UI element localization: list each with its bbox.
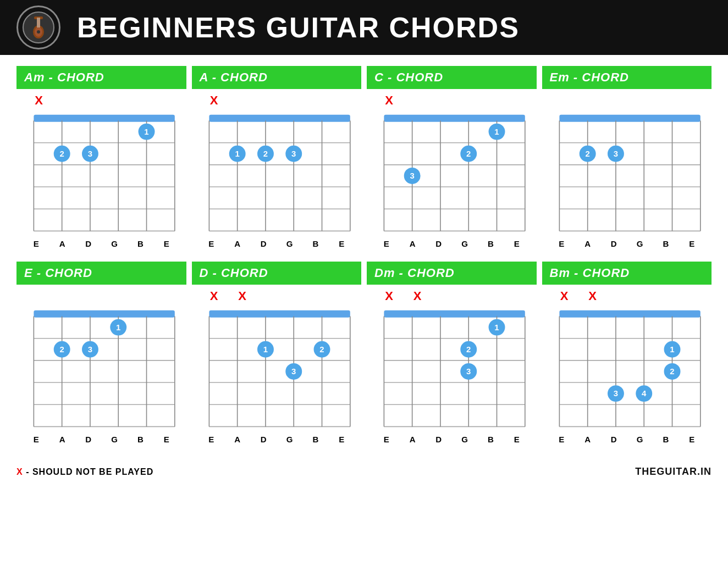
- string-label: E: [549, 435, 575, 444]
- chord-diagram-Em: 2 3EADGBE: [542, 89, 712, 251]
- x-markers-Dm: XX: [372, 288, 531, 303]
- footer-note-text: - SHOULD NOT BE PLAYED: [26, 467, 153, 476]
- string-label: E: [153, 239, 179, 248]
- svg-text:3: 3: [88, 149, 92, 158]
- x-markers-Am: X: [22, 92, 181, 108]
- string-label: A: [399, 435, 425, 444]
- string-label: D: [75, 239, 101, 248]
- x-markers-C: X: [372, 92, 531, 108]
- svg-point-3: [37, 30, 40, 34]
- chord-diagram-D: XX 1 2 3EADGBE: [192, 285, 362, 446]
- svg-text:3: 3: [613, 389, 617, 398]
- string-label: B: [653, 435, 679, 444]
- footer-brand: THEGUITAR.IN: [635, 466, 712, 478]
- logo: [16, 5, 60, 49]
- string-label: G: [277, 239, 302, 248]
- footer-note: X - SHOULD NOT BE PLAYED: [16, 467, 153, 477]
- svg-rect-140: [559, 310, 700, 318]
- svg-text:3: 3: [291, 149, 296, 158]
- svg-rect-66: [559, 115, 700, 122]
- chord-diagram-Bm: XX 1 2 3 4EADGBE: [542, 285, 712, 446]
- svg-rect-83: [34, 310, 174, 318]
- string-label: G: [277, 435, 302, 444]
- svg-text:1: 1: [494, 323, 499, 332]
- fretboard-svg-D: 1 2 3: [197, 303, 356, 432]
- chord-card-Dm: Dm - CHORDXX 1 2 3EADGBE: [367, 262, 537, 446]
- chord-card-Bm: Bm - CHORDXX 1 2 3 4EADGBE: [542, 262, 712, 446]
- string-label: B: [128, 239, 153, 248]
- svg-text:1: 1: [116, 323, 120, 332]
- string-label: D: [75, 435, 101, 444]
- svg-text:1: 1: [670, 345, 674, 354]
- string-label: E: [373, 239, 399, 248]
- string-labels-E: EADGBE: [22, 432, 181, 444]
- svg-text:2: 2: [263, 149, 267, 158]
- string-label: B: [478, 239, 504, 248]
- x-markers-A: X: [197, 92, 356, 108]
- string-label: E: [198, 239, 224, 248]
- chord-title-Am: Am - CHORD: [16, 66, 186, 89]
- string-label: E: [373, 435, 399, 444]
- chord-title-Bm: Bm - CHORD: [542, 262, 712, 285]
- string-label: B: [478, 435, 504, 444]
- svg-rect-102: [209, 310, 350, 318]
- x-markers-E: [22, 288, 181, 303]
- chord-title-Em: Em - CHORD: [542, 66, 712, 89]
- string-label: A: [224, 435, 250, 444]
- string-label: E: [198, 435, 224, 444]
- main-content: Am - CHORDX 1 2 3EADGBEA - CHORDX 1 2 3E…: [0, 55, 728, 463]
- string-labels-C: EADGBE: [372, 237, 531, 248]
- x-marker: X: [385, 93, 393, 108]
- string-label: B: [128, 435, 153, 444]
- chord-row-1: Am - CHORDX 1 2 3EADGBEA - CHORDX 1 2 3E…: [16, 66, 712, 251]
- chord-card-A: A - CHORDX 1 2 3EADGBE: [192, 66, 362, 251]
- x-marker: X: [588, 289, 597, 303]
- chord-title-E: E - CHORD: [16, 262, 186, 285]
- svg-text:2: 2: [60, 345, 64, 354]
- x-marker: X: [238, 289, 246, 303]
- string-label: E: [679, 435, 705, 444]
- x-marker: X: [210, 289, 218, 303]
- svg-text:3: 3: [466, 367, 471, 376]
- svg-text:1: 1: [494, 127, 499, 136]
- svg-rect-121: [384, 310, 525, 318]
- string-label: E: [23, 435, 49, 444]
- string-labels-A: EADGBE: [197, 237, 356, 248]
- chord-card-C: C - CHORDX 1 2 3EADGBE: [367, 66, 537, 251]
- string-label: B: [653, 239, 679, 248]
- fretboard-svg-E: 1 2 3: [22, 303, 181, 432]
- header: BEGINNERS GUITAR CHORDS: [0, 0, 728, 55]
- string-label: G: [101, 435, 127, 444]
- x-marker: X: [385, 289, 393, 303]
- svg-text:1: 1: [263, 345, 267, 354]
- svg-text:2: 2: [466, 149, 471, 158]
- svg-text:1: 1: [235, 149, 239, 158]
- footer: X - SHOULD NOT BE PLAYED THEGUITAR.IN: [0, 463, 728, 482]
- string-label: D: [250, 435, 276, 444]
- string-label: B: [302, 239, 328, 248]
- x-marker: X: [560, 289, 569, 303]
- fretboard-svg-Em: 2 3: [548, 108, 707, 237]
- fretboard-svg-A: 1 2 3: [197, 108, 356, 237]
- fretboard-svg-Am: 1 2 3: [22, 108, 181, 237]
- string-label: G: [101, 239, 127, 248]
- string-label: A: [575, 435, 600, 444]
- svg-text:2: 2: [319, 345, 324, 354]
- string-label: D: [600, 239, 626, 248]
- svg-text:3: 3: [88, 345, 92, 354]
- chord-row-2: E - CHORD 1 2 3EADGBED - CHORDXX 1 2 3EA…: [16, 262, 712, 446]
- chord-diagram-Dm: XX 1 2 3EADGBE: [367, 285, 537, 446]
- string-label: E: [23, 239, 49, 248]
- fretboard-svg-C: 1 2 3: [372, 108, 531, 237]
- string-label: D: [250, 239, 276, 248]
- string-label: A: [399, 239, 425, 248]
- x-symbol: X: [16, 467, 23, 476]
- string-label: A: [575, 239, 600, 248]
- string-label: G: [627, 435, 653, 444]
- chord-diagram-E: 1 2 3EADGBE: [16, 285, 186, 446]
- x-markers-Em: [548, 92, 707, 108]
- x-marker: X: [210, 93, 218, 108]
- page-title: BEGINNERS GUITAR CHORDS: [77, 11, 520, 44]
- chord-diagram-A: X 1 2 3EADGBE: [192, 89, 362, 251]
- x-markers-D: XX: [197, 288, 356, 303]
